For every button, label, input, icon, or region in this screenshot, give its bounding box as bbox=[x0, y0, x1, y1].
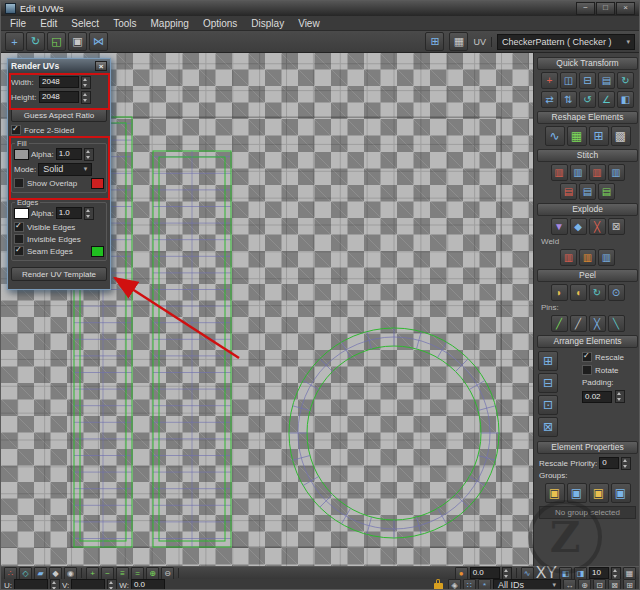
linear-align-icon[interactable]: ▤ bbox=[598, 72, 615, 89]
fill-color-swatch[interactable] bbox=[14, 149, 29, 160]
freeze-toggle-icon[interactable]: * bbox=[478, 579, 491, 590]
seam-edges-checkbox[interactable] bbox=[14, 246, 24, 256]
pan-icon[interactable]: ↔ bbox=[563, 579, 576, 590]
rescale-checkbox[interactable] bbox=[582, 352, 592, 362]
uv-lattice-icon[interactable]: ⊞ bbox=[425, 32, 444, 51]
fill-alpha-field[interactable]: 1.0 bbox=[56, 148, 82, 160]
target-weld-icon[interactable]: ▥ bbox=[598, 249, 615, 266]
rollout-quick-transform[interactable]: Quick Transform bbox=[537, 57, 638, 70]
zoom-extents-icon[interactable]: ⊠ bbox=[608, 579, 621, 590]
quick-peel-icon[interactable]: ◗ bbox=[551, 284, 568, 301]
v-spinner[interactable] bbox=[107, 579, 117, 590]
peel-reset-icon[interactable]: ↻ bbox=[589, 284, 606, 301]
fill-mode-dropdown[interactable]: Solid ▾ bbox=[38, 163, 92, 176]
texture-checker-dropdown[interactable]: CheckerPattern ( Checker ) ▾ bbox=[497, 34, 635, 50]
align-to-edge-icon[interactable]: ◧ bbox=[617, 91, 634, 108]
ring-selection-icon[interactable]: = bbox=[131, 567, 144, 580]
relax-icon[interactable]: ∿ bbox=[545, 126, 565, 146]
render-uv-template-button[interactable]: Render UV Template bbox=[11, 267, 107, 281]
detach-icon[interactable]: ⊠ bbox=[608, 218, 625, 235]
stitch-vertex-icon[interactable]: ▤ bbox=[598, 183, 615, 200]
rollout-arrange-elements[interactable]: Arrange Elements bbox=[537, 335, 638, 348]
guess-aspect-ratio-button[interactable]: Guess Aspect Ratio bbox=[11, 108, 107, 122]
select-by-element-icon[interactable]: ◉ bbox=[64, 567, 77, 580]
group-create-icon[interactable]: ▣ bbox=[545, 483, 565, 503]
force-2sided-checkbox[interactable] bbox=[11, 125, 21, 135]
align-vertical-icon[interactable]: ⊟ bbox=[579, 72, 596, 89]
u-field[interactable] bbox=[14, 579, 48, 590]
falloff-field[interactable]: 10 bbox=[589, 567, 609, 579]
absolute-typein-icon[interactable]: ◈ bbox=[448, 579, 461, 590]
group-ungroup-icon[interactable]: ▣ bbox=[567, 483, 587, 503]
u-spinner[interactable] bbox=[50, 579, 60, 590]
menu-display[interactable]: Display bbox=[244, 18, 291, 29]
pack-tight-icon[interactable]: ⊠ bbox=[538, 417, 558, 437]
rollout-stitch[interactable]: Stitch bbox=[537, 149, 638, 162]
stitch-tool-icon[interactable]: ▤ bbox=[560, 183, 577, 200]
show-overlap-checkbox[interactable] bbox=[14, 178, 24, 188]
paint-select-remove-icon[interactable]: ⊖ bbox=[161, 567, 174, 580]
scale-tool-icon[interactable]: ◱ bbox=[47, 32, 66, 51]
soft-selection-spinner[interactable] bbox=[502, 567, 512, 580]
maximize-icon[interactable]: □ bbox=[596, 2, 615, 15]
rollout-explode[interactable]: Explode bbox=[537, 203, 638, 216]
group-select-icon[interactable]: ▣ bbox=[589, 483, 609, 503]
menu-edit[interactable]: Edit bbox=[33, 18, 64, 29]
break-icon[interactable]: ╳ bbox=[589, 218, 606, 235]
group-settings-icon[interactable]: ▣ bbox=[611, 483, 631, 503]
vertex-mode-icon[interactable]: ∴ bbox=[4, 567, 17, 580]
edge-alpha-spinner[interactable] bbox=[84, 207, 94, 220]
dialog-close-icon[interactable]: × bbox=[95, 61, 107, 71]
grow-selection-icon[interactable]: + bbox=[86, 567, 99, 580]
pelt-map-icon[interactable]: ⊙ bbox=[608, 284, 625, 301]
move-tool-icon[interactable]: + bbox=[5, 32, 24, 51]
rollout-element-properties[interactable]: Element Properties bbox=[537, 441, 638, 454]
lock-selection-icon[interactable] bbox=[434, 583, 443, 590]
make-grid-icon[interactable]: ▩ bbox=[611, 126, 631, 146]
menu-select[interactable]: Select bbox=[64, 18, 106, 29]
polygon-mode-icon[interactable]: ▰ bbox=[34, 567, 47, 580]
width-field[interactable]: 2048 bbox=[39, 76, 79, 88]
soft-selection-field[interactable]: 0.0 bbox=[470, 567, 500, 579]
weld-all-icon[interactable]: ▥ bbox=[579, 249, 596, 266]
menu-mapping[interactable]: Mapping bbox=[144, 18, 196, 29]
rotate-tool-icon[interactable]: ↻ bbox=[26, 32, 45, 51]
snap-toggle-icon[interactable]: ∷ bbox=[463, 579, 476, 590]
pack-normalize-icon[interactable]: ⊞ bbox=[538, 351, 558, 371]
pin-selected-icon[interactable]: ╳ bbox=[589, 315, 606, 332]
rotate-ccw-icon[interactable]: ↺ bbox=[579, 91, 596, 108]
rollout-peel[interactable]: Peel bbox=[537, 269, 638, 282]
edge-alpha-field[interactable]: 1.0 bbox=[56, 207, 82, 219]
minimize-icon[interactable]: − bbox=[576, 2, 595, 15]
zoom-icon[interactable]: ⊕ bbox=[578, 579, 591, 590]
invisible-edges-checkbox[interactable] bbox=[14, 234, 24, 244]
pack-custom-icon[interactable]: ⊟ bbox=[538, 373, 558, 393]
menu-view[interactable]: View bbox=[291, 18, 327, 29]
rotate-checkbox[interactable] bbox=[582, 365, 592, 375]
flatten-custom-icon[interactable]: ◆ bbox=[570, 218, 587, 235]
zoom-region-icon[interactable]: ⊡ bbox=[593, 579, 606, 590]
align-to-grid-icon[interactable]: ⊞ bbox=[589, 126, 609, 146]
stitch-edge-icon[interactable]: ▤ bbox=[579, 183, 596, 200]
material-id-dropdown[interactable]: All IDs ▾ bbox=[493, 579, 561, 590]
align-horizontal-icon[interactable]: ◫ bbox=[560, 72, 577, 89]
unpin-tool-icon[interactable]: ╱ bbox=[570, 315, 587, 332]
menu-file[interactable]: File bbox=[3, 18, 33, 29]
space-horizontal-icon[interactable]: ⇄ bbox=[541, 91, 558, 108]
freeform-gizmo-icon[interactable]: ▣ bbox=[68, 32, 87, 51]
menu-tools[interactable]: Tools bbox=[106, 18, 143, 29]
edge-color-swatch[interactable] bbox=[14, 208, 29, 219]
overlap-color-swatch[interactable] bbox=[91, 178, 104, 189]
close-icon[interactable]: × bbox=[616, 2, 635, 15]
rollout-reshape-elements[interactable]: Reshape Elements bbox=[537, 111, 638, 124]
visible-edges-checkbox[interactable] bbox=[14, 222, 24, 232]
falloff-curve-icon[interactable]: ∿ bbox=[521, 567, 534, 580]
paint-select-add-icon[interactable]: ⊕ bbox=[146, 567, 159, 580]
menu-options[interactable]: Options bbox=[196, 18, 244, 29]
flatten-by-group-icon[interactable]: ▼ bbox=[551, 218, 568, 235]
space-vertical-icon[interactable]: ⇅ bbox=[560, 91, 577, 108]
height-field[interactable]: 2048 bbox=[39, 91, 79, 103]
window-titlebar[interactable]: Edit UVWs − □ × bbox=[1, 1, 639, 16]
unpin-selected-icon[interactable]: ╲ bbox=[608, 315, 625, 332]
stitch-average-icon[interactable]: ▥ bbox=[589, 164, 606, 181]
